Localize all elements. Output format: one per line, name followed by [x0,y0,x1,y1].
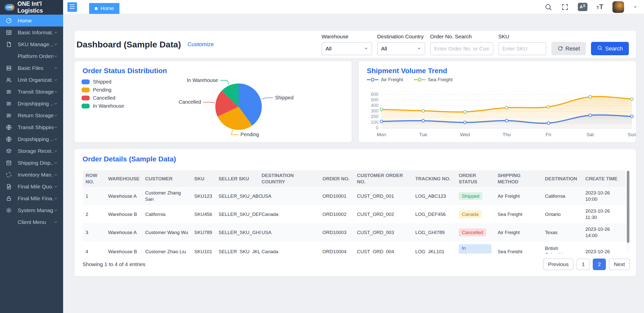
fullscreen-icon[interactable] [561,3,569,11]
chevron-down-icon [54,54,63,59]
order-no-search-input[interactable] [430,42,493,55]
x-axis-tick-label: Sun [628,132,636,137]
globe-icon [0,124,18,130]
sidebar-item-dropshipping[interactable]: Dropshipping ... [0,98,63,109]
customer-order-no-cell: CUST_ORD_003 [354,223,412,241]
legend-swatch [82,104,90,108]
sidebar-item-label: Dropshipping ... [18,101,54,107]
sidebar-item-basic-informat[interactable]: Basic Informat... [0,26,63,38]
table-row[interactable]: 1Warehouse ACustomer Zhang SanSKU123SELL… [83,187,626,205]
pie-label-leader [231,130,239,134]
font-size-icon[interactable]: TT [597,4,603,10]
destination-cell: California [542,187,582,205]
data-point-marker [463,110,466,113]
column-header: TRACKING NO. [412,170,456,187]
sidebar-item-storage-recei[interactable]: Storage Recei... [0,145,63,157]
column-header: ORDER STATUS [456,170,495,187]
user-avatar[interactable] [612,1,624,13]
table-row[interactable]: 2Warehouse BCaliforniaSKU456SELLER_SKU_D… [83,205,626,223]
customize-link[interactable]: Customize [188,41,214,48]
search-icon[interactable] [545,3,552,11]
warehouse-filter-label: Warehouse [322,34,372,40]
table-row[interactable]: 4Warehouse BCustomer Zhao LiuSKU101SELLE… [83,241,626,253]
column-header: ORDER NO. [319,170,354,187]
table-row[interactable]: 3Warehouse ACustomer Wang WuSKU789SELLER… [83,223,626,241]
sidebar-item-transit-storage[interactable]: Transit Storage [0,86,63,98]
sidebar-item-label: Platform Orders [18,53,54,59]
sidebar-item-basic-files[interactable]: Basic Files [0,62,63,74]
legend-swatch [82,79,90,84]
warehouse-cell: Warehouse A [105,223,142,241]
sidebar-item-label: Transit Shipping [18,124,54,130]
warehouse-cell: Warehouse A [105,187,142,205]
sidebar-item-system-manag[interactable]: System Manag... [0,204,63,216]
sidebar-menu: HomeBasic Informat...SKU Manage...Platfo… [0,15,63,228]
y-axis-tick-label: 0 [376,125,378,130]
dashboard-toolbar: Dashboard (Sample Data) Customize Wareho… [74,31,636,58]
pie-legend-item[interactable]: Shipped [82,79,124,85]
pagination-page-1[interactable]: 1 [577,259,590,270]
chevron-down-icon [54,125,63,130]
pie-slice-label: Pending [241,132,259,137]
table-scrollbar-track[interactable] [626,170,630,253]
customer-cell: Customer Zhao Liu [142,241,191,253]
data-point-marker [380,120,383,123]
column-header: SHIPPING METHOD [495,170,542,187]
pie-legend-item[interactable]: Cancelled [82,95,124,101]
pie-label-leader [203,102,215,103]
order-details-title: Order Details (Sample Data) [83,155,176,163]
sidebar-item-sku-manage[interactable]: SKU Manage... [0,38,63,50]
pie-legend-item[interactable]: In Warehouse [82,103,124,109]
sidebar-item-unit-organizat[interactable]: Unit Organizat... [0,74,63,86]
sidebar-item-platform-orders[interactable]: Platform Orders [0,50,63,62]
column-header: DESTINATION COUNTRY [259,170,319,187]
row-no-cell: 4 [83,241,105,253]
tab-home-label: Home [100,6,114,11]
sidebar-item-home[interactable]: Home [0,15,63,26]
table-scrollbar-thumb[interactable] [627,171,629,243]
gear-icon [0,207,18,213]
sku-cell: SKU101 [191,241,216,253]
language-switch-icon[interactable]: A文 [578,3,587,11]
chevron-down-icon [54,30,63,35]
row-no-cell: 1 [83,187,105,205]
loader-icon [0,172,18,178]
reset-button[interactable]: Reset [551,42,586,55]
pie-legend-item[interactable]: Pending [82,87,124,93]
column-header: CUSTOMER ORDER NO. [354,170,412,187]
sidebar-item-transit-shipping[interactable]: Transit Shipping [0,121,63,133]
legend-marker [414,78,425,82]
x-axis-tick-label: Tue [419,132,427,137]
destination-country-cell: USA [259,187,319,205]
column-header: CUSTOMER [142,170,191,187]
sidebar-item-dropshipping[interactable]: Dropshipping ... [0,133,63,145]
tab-home[interactable]: Home [89,3,119,14]
pie-slice-label: Cancelled [178,99,201,105]
order-no-cell: ORD10004 [319,241,354,253]
sidebar-item-label: Inventory Man... [18,172,54,178]
sidebar-collapse-button[interactable] [67,2,77,12]
warehouse-select[interactable]: All [322,42,372,55]
sidebar-item-shipping-disp[interactable]: Shipping Disp... [0,157,63,169]
pagination-previous-button[interactable]: Previous [543,259,574,270]
sku-input[interactable] [498,42,546,55]
legend-label: Air Freight [381,77,403,82]
legend-label: In Warehouse [93,103,124,109]
sidebar-item-client-menu[interactable]: Client Menu [0,216,63,228]
shipping-method-cell: Air Freight [495,223,542,241]
chevron-down-icon [54,113,63,118]
line-legend-item[interactable]: Sea Freight [414,77,453,82]
line-legend-item[interactable]: Air Freight [367,77,403,82]
sidebar-item-final-mile-quo[interactable]: Final Mile Quo... [0,181,63,192]
sidebar-item-return-storage[interactable]: Return Storage [0,109,63,121]
destination-country-cell: USA [259,223,319,241]
sidebar-item-label: Dropshipping ... [18,136,54,142]
pagination-page-2[interactable]: 2 [593,259,606,270]
destination-country-select[interactable]: All [377,42,425,55]
pagination-next-button[interactable]: Next [609,259,630,270]
user-menu-caret-icon[interactable] [633,5,637,9]
sidebar-item-final-mile-fina[interactable]: Final Mile Fina... [0,192,63,204]
sidebar-item-inventory-man[interactable]: Inventory Man... [0,169,63,181]
sidebar-item-label: Basic Informat... [18,30,54,36]
search-button[interactable]: Search [591,42,629,55]
